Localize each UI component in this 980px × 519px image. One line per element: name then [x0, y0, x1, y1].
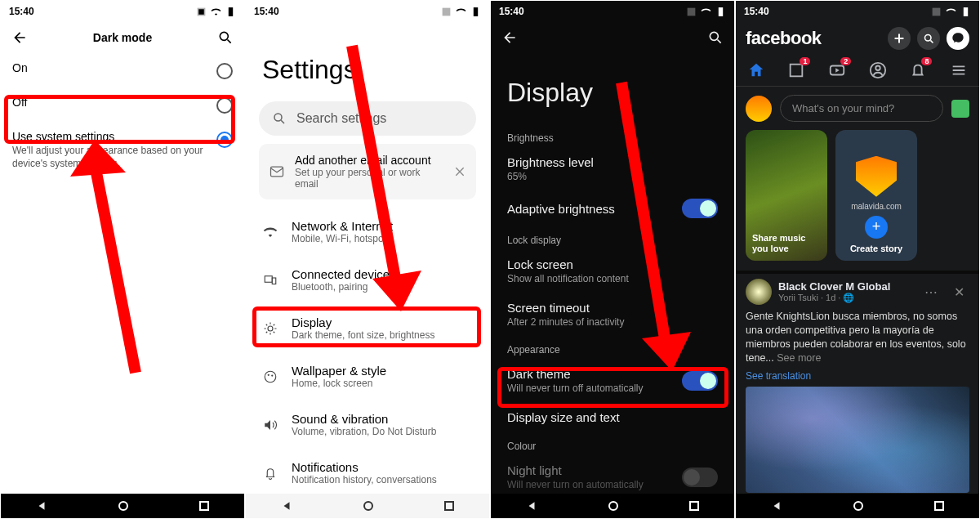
story-brand: malavida.com — [851, 202, 902, 211]
radio-system[interactable]: Use system settings We'll adjust your ap… — [1, 122, 244, 178]
nav-home-icon[interactable] — [608, 501, 618, 511]
item-label: Wallpaper & style — [292, 364, 386, 378]
post-image[interactable] — [746, 387, 969, 493]
row-dark-theme[interactable]: Dark themeWill never turn off automatica… — [491, 359, 734, 402]
bell-icon — [262, 466, 278, 481]
radio-icon-checked — [216, 132, 233, 148]
tab-menu[interactable] — [948, 60, 969, 81]
nav-back-icon[interactable] — [36, 500, 47, 512]
screen-settings: 15:40 Settings Search settings Add anoth… — [245, 0, 490, 519]
search-icon — [272, 111, 287, 126]
compose-input[interactable]: What's on your mind? — [780, 95, 943, 122]
svg-point-2 — [274, 114, 282, 121]
settings-item-display[interactable]: DisplayDark theme, font size, brightness — [246, 304, 489, 352]
settings-item-connected[interactable]: Connected devicesBluetooth, pairing — [246, 256, 489, 304]
status-bar: 15:40 — [1, 1, 244, 22]
photo-icon[interactable] — [951, 100, 969, 118]
radio-off[interactable]: Off — [1, 87, 244, 122]
avatar[interactable] — [746, 96, 772, 122]
item-sub: Mobile, Wi-Fi, hotspot — [292, 233, 393, 244]
toggle-off[interactable] — [682, 468, 718, 487]
item-sub: Bluetooth, pairing — [292, 281, 396, 293]
fb-tabs: 1 2 8 — [736, 55, 979, 87]
story-create[interactable]: malavida.com + Create story — [835, 130, 917, 261]
nav-recent-icon[interactable] — [689, 501, 699, 511]
more-icon[interactable]: ⋯ — [920, 284, 942, 300]
status-icons — [931, 7, 971, 17]
row-brightness-level[interactable]: Brightness level65% — [491, 147, 734, 190]
svg-point-18 — [875, 66, 880, 71]
search-icon[interactable] — [216, 29, 234, 47]
messenger-button[interactable] — [947, 27, 969, 50]
tab-home[interactable] — [746, 60, 767, 81]
row-night-light[interactable]: Night lightWill never turn on automatica… — [491, 455, 734, 499]
item-label: Notifications — [292, 460, 437, 474]
navbar — [736, 494, 979, 518]
settings-item-notifications[interactable]: NotificationsNotification history, conve… — [246, 449, 489, 497]
settings-item-wallpaper[interactable]: Wallpaper & styleHome, lock screen — [246, 352, 489, 400]
fb-logo: facebook — [746, 28, 881, 49]
row-sub: After 2 minutes of inactivity — [507, 316, 718, 328]
close-icon[interactable] — [453, 165, 466, 178]
settings-item-sound[interactable]: Sound & vibrationVolume, vibration, Do N… — [246, 400, 489, 449]
row-label: Night light — [507, 463, 672, 477]
row-sub: 65% — [507, 171, 718, 182]
see-more[interactable]: See more — [777, 352, 821, 364]
search-icon[interactable] — [706, 29, 724, 47]
close-icon[interactable]: ✕ — [949, 284, 969, 300]
row-lock-screen[interactable]: Lock screenShow all notification content — [491, 249, 734, 293]
nav-recent-icon[interactable] — [934, 501, 944, 511]
add-button[interactable] — [888, 27, 911, 50]
post-avatar[interactable] — [746, 279, 772, 305]
back-icon[interactable] — [11, 29, 29, 47]
svg-rect-4 — [265, 275, 272, 282]
nav-back-icon[interactable] — [526, 500, 537, 512]
item-sub: Home, lock screen — [292, 378, 386, 389]
story-card[interactable]: Share music you love — [746, 130, 827, 261]
status-icons — [196, 7, 236, 17]
tab-profile[interactable] — [867, 60, 889, 81]
nav-back-icon[interactable] — [771, 500, 782, 512]
stories-row[interactable]: Share music you love malavida.com + Crea… — [736, 130, 979, 271]
toggle-on[interactable] — [682, 199, 718, 218]
see-translation[interactable]: See translation — [746, 370, 969, 382]
row-adaptive-brightness[interactable]: Adaptive brightness — [491, 190, 734, 226]
item-label: Sound & vibration — [292, 412, 436, 426]
nav-home-icon[interactable] — [363, 501, 373, 511]
radio-on[interactable]: On — [1, 53, 244, 87]
brightness-icon — [262, 321, 278, 336]
item-sub: Dark theme, font size, brightness — [292, 329, 434, 341]
post-name[interactable]: Black Clover M Global — [778, 280, 913, 293]
item-sub: Notification history, conversations — [292, 474, 437, 485]
email-banner[interactable]: Add another email account Set up your pe… — [259, 144, 476, 199]
search-button[interactable] — [917, 27, 940, 50]
tab-video[interactable]: 2 — [826, 60, 848, 81]
row-display-size[interactable]: Display size and text — [491, 402, 734, 432]
svg-line-1 — [95, 164, 136, 373]
section-lock: Lock display — [491, 226, 734, 249]
svg-rect-15 — [791, 65, 803, 77]
item-label: Connected devices — [292, 267, 396, 281]
nav-recent-icon[interactable] — [444, 501, 454, 511]
dm-title: Dark mode — [37, 31, 208, 44]
status-bar: 15:40 — [246, 1, 489, 22]
svg-point-0 — [220, 32, 228, 40]
search-settings[interactable]: Search settings — [259, 101, 476, 136]
volume-icon — [262, 418, 278, 432]
row-screen-timeout[interactable]: Screen timeoutAfter 2 minutes of inactiv… — [491, 293, 734, 336]
settings-item-network[interactable]: Network & InternetMobile, Wi-Fi, hotspot — [246, 208, 489, 256]
nav-home-icon[interactable] — [118, 501, 128, 511]
nav-back-icon[interactable] — [281, 500, 292, 512]
story-cta: Create story — [850, 244, 902, 254]
nav-home-icon[interactable] — [853, 501, 863, 511]
toggle-on[interactable] — [682, 371, 718, 391]
row-label: Display size and text — [507, 410, 718, 424]
badge: 8 — [921, 57, 932, 65]
nav-recent-icon[interactable] — [199, 501, 209, 511]
radio-off-label: Off — [12, 96, 210, 109]
tab-feed[interactable]: 1 — [786, 60, 807, 81]
back-icon[interactable] — [501, 29, 519, 47]
tab-notifications[interactable]: 8 — [907, 60, 929, 81]
svg-point-8 — [268, 374, 270, 375]
item-label: Network & Internet — [292, 219, 393, 233]
